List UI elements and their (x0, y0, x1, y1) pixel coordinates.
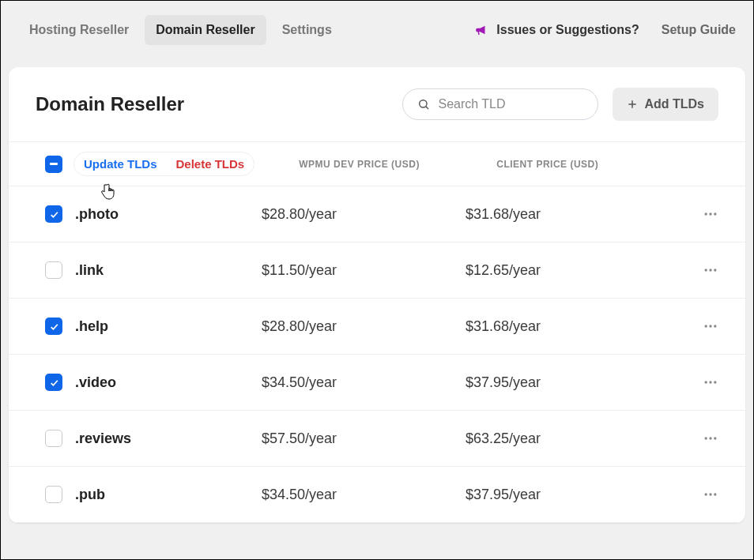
client-price: $37.95/year (466, 374, 703, 391)
ellipsis-icon (703, 206, 718, 222)
ellipsis-icon (703, 487, 718, 502)
wpmu-price: $28.80/year (262, 206, 466, 223)
tld-name: .help (75, 318, 262, 335)
bulk-action-pill: Update TLDs Delete TLDs (74, 152, 254, 176)
svg-point-21 (714, 493, 716, 495)
svg-point-0 (420, 100, 427, 107)
tld-name: .pub (75, 487, 262, 503)
tab-domain-reseller[interactable]: Domain Reseller (145, 15, 266, 45)
svg-point-11 (709, 325, 711, 327)
ellipsis-icon (703, 374, 718, 390)
client-price: $12.65/year (466, 262, 703, 279)
svg-point-10 (705, 325, 707, 327)
client-price: $31.68/year (466, 318, 703, 335)
ellipsis-icon (703, 430, 718, 446)
table-row: .pub$34.50/year$37.95/year (9, 467, 745, 523)
ellipsis-icon (703, 318, 718, 334)
client-price: $37.95/year (466, 487, 703, 503)
setup-guide-link[interactable]: Setup Guide (662, 23, 736, 37)
wpmu-price: $57.50/year (262, 430, 466, 447)
row-menu-button[interactable] (703, 374, 718, 390)
row-checkbox[interactable] (45, 261, 62, 279)
row-checkbox[interactable] (45, 205, 62, 223)
svg-point-13 (705, 381, 707, 383)
table-row: .video$34.50/year$37.95/year (9, 355, 745, 411)
row-checkbox[interactable] (45, 430, 62, 447)
svg-line-1 (426, 107, 428, 109)
delete-tlds-button[interactable]: Delete TLDs (167, 152, 254, 175)
wpmu-price: $11.50/year (262, 262, 466, 279)
svg-point-14 (709, 381, 711, 383)
svg-point-18 (714, 437, 716, 439)
check-icon (49, 321, 59, 332)
svg-point-15 (714, 381, 716, 383)
add-tlds-button[interactable]: Add TLDs (613, 88, 718, 121)
main-panel: Domain Reseller Add TLDs (9, 67, 745, 523)
svg-point-17 (709, 437, 711, 439)
megaphone-icon (474, 23, 488, 37)
tld-name: .video (75, 374, 262, 391)
tld-name: .reviews (75, 430, 262, 447)
search-input[interactable] (438, 97, 583, 111)
select-all-checkbox[interactable] (45, 156, 62, 173)
issues-suggestions-label: Issues or Suggestions? (496, 23, 639, 37)
wpmu-price: $34.50/year (262, 487, 466, 503)
svg-point-6 (714, 212, 716, 215)
svg-point-20 (709, 493, 711, 495)
svg-point-9 (714, 269, 716, 271)
row-checkbox[interactable] (45, 486, 62, 503)
ellipsis-icon (703, 262, 718, 278)
table-row: .photo$28.80/year$31.68/year (9, 186, 745, 242)
page-title: Domain Reseller (36, 93, 184, 115)
update-tlds-button[interactable]: Update TLDs (74, 152, 167, 175)
table-row: .help$28.80/year$31.68/year (9, 299, 745, 355)
wpmu-price: $34.50/year (262, 374, 466, 391)
row-checkbox[interactable] (45, 374, 62, 391)
wpmu-price: $28.80/year (262, 318, 466, 335)
tab-settings[interactable]: Settings (271, 15, 343, 45)
row-menu-button[interactable] (703, 487, 718, 502)
tab-hosting-reseller[interactable]: Hosting Reseller (18, 15, 140, 45)
svg-point-19 (705, 493, 707, 495)
client-price: $31.68/year (466, 206, 703, 223)
search-icon (417, 98, 430, 111)
table-row: .reviews$57.50/year$63.25/year (9, 411, 745, 467)
column-header-wpmu-price: WPMU DEV PRICE (USD) (299, 159, 496, 170)
svg-point-8 (709, 269, 711, 271)
row-menu-button[interactable] (703, 262, 718, 278)
search-wrap[interactable] (402, 88, 598, 120)
svg-point-12 (714, 325, 716, 327)
panel-header: Domain Reseller Add TLDs (9, 67, 745, 141)
client-price: $63.25/year (466, 430, 703, 447)
row-checkbox[interactable] (45, 318, 62, 335)
table-row: .link$11.50/year$12.65/year (9, 242, 745, 299)
top-nav: Hosting Reseller Domain Reseller Setting… (1, 1, 753, 59)
tld-name: .photo (75, 206, 262, 223)
svg-point-5 (709, 212, 711, 215)
svg-point-7 (705, 269, 707, 271)
tld-name: .link (75, 262, 262, 279)
check-icon (49, 378, 59, 388)
row-menu-button[interactable] (703, 206, 718, 222)
issues-suggestions-link[interactable]: Issues or Suggestions? (474, 23, 639, 37)
indeterminate-icon (50, 163, 58, 165)
row-menu-button[interactable] (703, 430, 718, 446)
column-header-client-price: CLIENT PRICE (USD) (496, 159, 686, 170)
check-icon (49, 209, 59, 220)
svg-point-4 (705, 212, 707, 215)
bulk-actions-row: Update TLDs Delete TLDs WPMU DEV PRICE (… (9, 141, 745, 186)
plus-icon (627, 99, 638, 110)
add-tlds-label: Add TLDs (644, 97, 704, 111)
svg-point-16 (705, 437, 707, 439)
row-menu-button[interactable] (703, 318, 718, 334)
